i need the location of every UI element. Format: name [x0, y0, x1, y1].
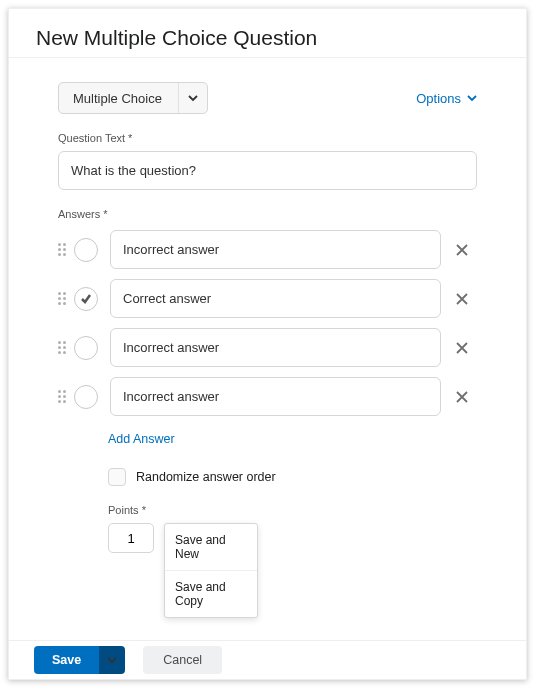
answers-label: Answers *: [58, 208, 477, 220]
close-icon: [456, 391, 468, 403]
question-type-select[interactable]: Multiple Choice: [58, 82, 208, 114]
close-icon: [456, 244, 468, 256]
answer-text-input[interactable]: Incorrect answer: [110, 377, 441, 416]
save-button[interactable]: Save: [34, 646, 99, 674]
options-link[interactable]: Options: [416, 91, 477, 106]
close-icon: [456, 293, 468, 305]
answer-text-input[interactable]: Incorrect answer: [110, 328, 441, 367]
chevron-down-icon: [467, 93, 477, 103]
question-text-label: Question Text *: [58, 132, 477, 144]
delete-answer-button[interactable]: [447, 342, 477, 354]
question-text-input[interactable]: What is the question?: [58, 151, 477, 190]
save-and-new-item[interactable]: Save and New: [165, 524, 257, 571]
correct-answer-radio[interactable]: [74, 287, 98, 311]
randomize-label: Randomize answer order: [136, 470, 276, 484]
correct-answer-radio[interactable]: [74, 238, 98, 262]
drag-handle-icon[interactable]: [58, 243, 66, 256]
save-split-button[interactable]: [99, 646, 125, 674]
correct-answer-radio[interactable]: [74, 385, 98, 409]
answer-text-input[interactable]: Correct answer: [110, 279, 441, 318]
question-type-value: Multiple Choice: [59, 91, 178, 106]
options-link-label: Options: [416, 91, 461, 106]
randomize-checkbox[interactable]: [108, 468, 126, 486]
drag-handle-icon[interactable]: [58, 390, 66, 403]
chevron-down-icon: [107, 655, 117, 665]
close-icon: [456, 342, 468, 354]
answer-text-input[interactable]: Incorrect answer: [110, 230, 441, 269]
chevron-down-icon: [178, 83, 207, 113]
save-split-menu: Save and New Save and Copy: [164, 523, 258, 618]
points-label: Points *: [108, 504, 477, 516]
drag-handle-icon[interactable]: [58, 292, 66, 305]
cancel-button[interactable]: Cancel: [143, 646, 222, 674]
page-title: New Multiple Choice Question: [36, 26, 499, 50]
drag-handle-icon[interactable]: [58, 341, 66, 354]
delete-answer-button[interactable]: [447, 293, 477, 305]
delete-answer-button[interactable]: [447, 391, 477, 403]
points-input[interactable]: [108, 523, 154, 553]
delete-answer-button[interactable]: [447, 244, 477, 256]
add-answer-link[interactable]: Add Answer: [108, 432, 175, 446]
save-and-copy-item[interactable]: Save and Copy: [165, 571, 257, 617]
correct-answer-radio[interactable]: [74, 336, 98, 360]
